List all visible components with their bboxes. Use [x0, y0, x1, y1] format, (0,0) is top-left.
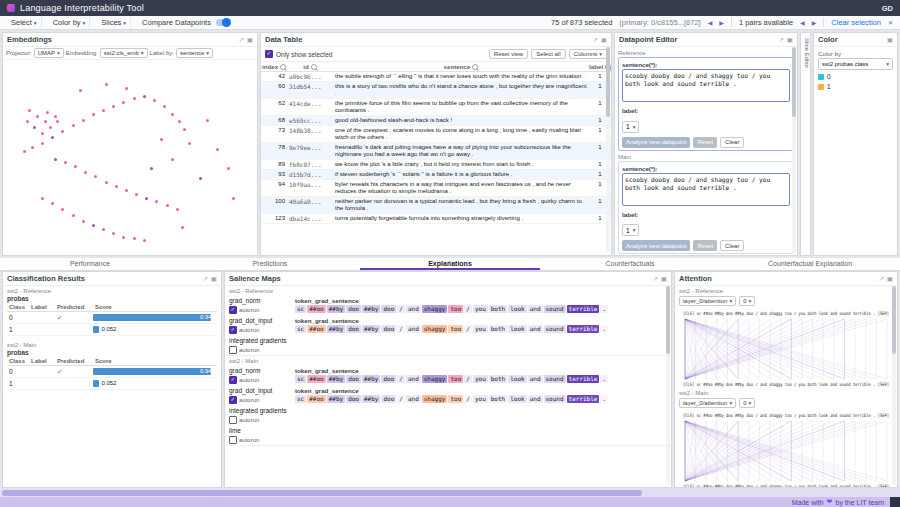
salience-token[interactable]: ##by [362, 395, 380, 403]
classification-row[interactable]: 0✓0.948 [7, 366, 217, 378]
datapoint-dot[interactable] [102, 109, 105, 112]
salience-token[interactable]: terrible [567, 325, 600, 333]
prev-pair-icon[interactable]: ◀ [800, 19, 805, 26]
horizontal-scrollbar[interactable] [0, 489, 900, 497]
datapoint-dot[interactable] [166, 204, 169, 207]
salience-token[interactable]: doo [346, 305, 361, 313]
salience-token[interactable]: you [473, 305, 488, 313]
autorun-control[interactable]: autorun [229, 376, 295, 384]
tab-predictions[interactable]: Predictions [180, 258, 360, 270]
autorun-checkbox[interactable] [229, 416, 237, 424]
maximize-icon[interactable]: ▣ [787, 36, 793, 44]
salience-token[interactable]: ##by [327, 325, 345, 333]
next-datapoint-icon[interactable]: ▶ [719, 19, 724, 26]
datapoint-dot[interactable] [74, 165, 77, 168]
table-row[interactable]: 6031db54...this is a story of two misfit… [261, 82, 611, 99]
datapoint-dot[interactable] [122, 101, 125, 104]
datapoint-dot[interactable] [44, 120, 47, 123]
vertical-scrollbar[interactable] [892, 286, 896, 485]
autorun-checkbox[interactable] [229, 396, 237, 404]
maximize-icon[interactable]: ▣ [887, 36, 893, 44]
datapoint-dot[interactable] [143, 95, 146, 98]
slices-menu[interactable]: Slices▾ [97, 16, 131, 29]
salience-token[interactable]: ##oo [307, 305, 325, 313]
salience-token[interactable]: doo [381, 395, 396, 403]
datapoint-dot[interactable] [51, 136, 54, 139]
datapoint-dot[interactable] [232, 197, 235, 200]
datapoint-dot[interactable] [150, 167, 153, 170]
salience-token[interactable]: . [600, 325, 608, 333]
next-pair-icon[interactable]: ▶ [812, 19, 817, 26]
datapoint-dot[interactable] [155, 200, 158, 203]
vertical-scrollbar[interactable] [606, 47, 610, 253]
salience-token[interactable]: / [397, 375, 405, 383]
table-row[interactable]: 789e79ee...fresnadillo 's dark and jolti… [261, 143, 611, 160]
sentence-textarea[interactable]: scooby dooby doo / and shaggy too / you … [622, 173, 790, 206]
datapoint-dot[interactable] [26, 120, 29, 123]
datapoint-dot[interactable] [84, 171, 87, 174]
label-by-select[interactable]: sentence▾ [176, 48, 213, 58]
datapoint-dot[interactable] [79, 89, 82, 92]
datapoint-dot[interactable] [206, 119, 209, 122]
table-row[interactable]: 93d15b7d...if steven soderbergh 's `` so… [261, 170, 611, 180]
salience-token[interactable]: and [528, 375, 543, 383]
autorun-checkbox[interactable] [229, 326, 237, 334]
color-by-menu[interactable]: Color by▾ [49, 16, 91, 29]
reset-button[interactable]: Reset [693, 240, 717, 251]
datapoint-dot[interactable] [82, 220, 85, 223]
datapoint-dot[interactable] [178, 120, 181, 123]
datapoint-dot[interactable] [94, 175, 97, 178]
datapoint-dot[interactable] [181, 226, 184, 229]
salience-token[interactable]: both [489, 395, 507, 403]
datapoint-dot[interactable] [153, 99, 156, 102]
datapoint-dot[interactable] [41, 142, 44, 145]
scrollbar-thumb[interactable] [892, 286, 896, 354]
salience-token[interactable]: . [600, 375, 608, 383]
datapoint-dot[interactable] [171, 158, 174, 161]
datapoint-dot[interactable] [133, 97, 136, 100]
drag-handle-icon[interactable]: ≡ [448, 258, 453, 270]
select-menu[interactable]: Select▾ [7, 16, 42, 29]
salience-token[interactable]: / [397, 395, 405, 403]
datapoint-dot[interactable] [176, 208, 179, 211]
salience-token[interactable]: . [600, 305, 608, 313]
datapoint-dot[interactable] [112, 105, 115, 108]
datapoint-dot[interactable] [54, 158, 57, 161]
popout-icon[interactable]: ↗ [778, 36, 783, 44]
datapoint-dot[interactable] [92, 224, 95, 227]
tab-counterfactual-explanation[interactable]: Counterfactual Explanation [720, 258, 900, 270]
datapoint-dot[interactable] [72, 124, 75, 127]
salience-token[interactable]: / [464, 395, 472, 403]
column-header-id[interactable]: id [287, 63, 333, 70]
salience-token[interactable]: sc [295, 395, 306, 403]
salience-token[interactable]: doo [381, 325, 396, 333]
salience-token[interactable]: sound [544, 375, 566, 383]
salience-token[interactable]: / [464, 325, 472, 333]
search-icon[interactable] [280, 64, 286, 70]
only-show-selected-checkbox[interactable] [265, 50, 273, 58]
column-header-index[interactable]: index [261, 63, 287, 70]
classification-row[interactable]: 10.052 [7, 378, 217, 390]
layer-select[interactable]: layer_0/attention▾ [679, 398, 736, 408]
datapoint-dot[interactable] [46, 111, 49, 114]
datapoint-dot[interactable] [171, 113, 174, 116]
analyze-new-datapoint-button[interactable]: Analyze new datapoint [622, 137, 690, 148]
head-select[interactable]: 0▾ [739, 296, 755, 306]
salience-token[interactable]: ##by [327, 305, 345, 313]
salience-token[interactable]: / [397, 305, 405, 313]
popout-icon[interactable]: ↗ [238, 36, 243, 44]
salience-token[interactable]: both [489, 305, 507, 313]
analyze-new-datapoint-button[interactable]: Analyze new datapoint [622, 240, 690, 251]
salience-token[interactable]: too [448, 325, 463, 333]
vertical-scrollbar[interactable] [792, 47, 796, 253]
salience-token[interactable]: both [489, 375, 507, 383]
tab-counterfactuals[interactable]: Counterfactuals [540, 258, 720, 270]
autorun-checkbox[interactable] [229, 346, 237, 354]
datapoint-dot[interactable] [163, 105, 166, 108]
color-by-select[interactable]: sst2 probas class▾ [818, 58, 893, 70]
datapoint-dot[interactable] [112, 232, 115, 235]
slice-editor-tab[interactable]: Slice Editor [800, 32, 811, 256]
salience-token[interactable]: sc [295, 325, 306, 333]
maximize-icon[interactable]: ▣ [601, 36, 607, 44]
label-select[interactable]: 1▾ [622, 121, 639, 133]
